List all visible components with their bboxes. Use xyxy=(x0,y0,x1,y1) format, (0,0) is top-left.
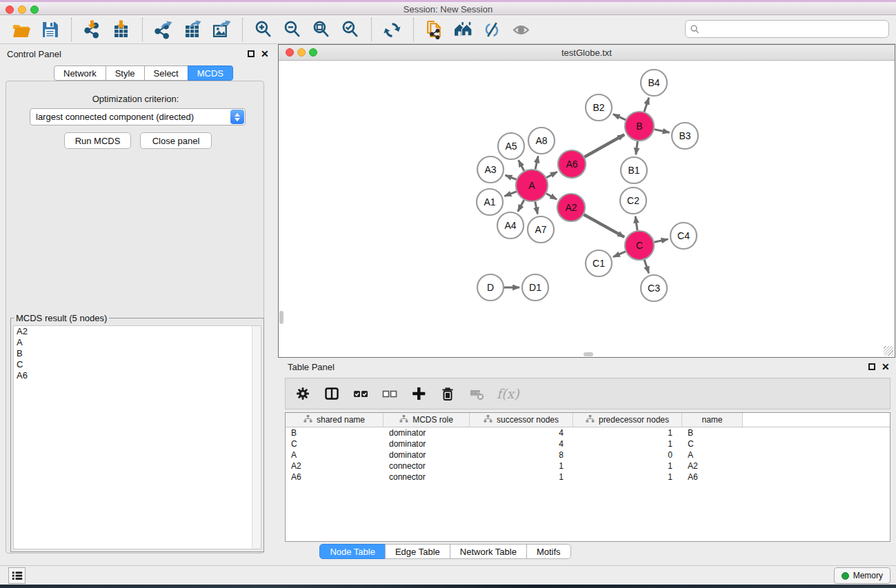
graph-node-A1[interactable]: A1 xyxy=(477,189,503,215)
graph-node-A4[interactable]: A4 xyxy=(497,212,524,239)
graph-node-A2[interactable]: A2 xyxy=(557,194,585,221)
graph-node-B4[interactable]: B4 xyxy=(641,70,667,96)
graph-node-A3[interactable]: A3 xyxy=(477,156,504,183)
graph-node-B1[interactable]: B1 xyxy=(621,157,647,183)
graph-edge-A-A5[interactable] xyxy=(519,160,524,170)
import-table-icon[interactable] xyxy=(110,19,133,41)
result-item[interactable]: A xyxy=(14,337,261,348)
graph-edge-A-A7[interactable] xyxy=(535,202,538,214)
cell-successor-nodes[interactable]: 4 xyxy=(470,427,573,438)
tab-network-table[interactable]: Network Table xyxy=(450,544,527,559)
import-network-icon[interactable] xyxy=(81,19,104,41)
graph-node-B3[interactable]: B3 xyxy=(672,123,698,149)
tab-node-table[interactable]: Node Table xyxy=(319,544,386,559)
cell-successor-nodes[interactable]: 1 xyxy=(470,472,573,483)
cell-name[interactable]: B xyxy=(682,427,743,438)
run-mcds-button[interactable]: Run MCDS xyxy=(64,132,131,149)
open-session-icon[interactable] xyxy=(10,19,33,41)
result-item[interactable]: C xyxy=(14,359,261,370)
cell-mcds-role[interactable]: connector xyxy=(384,472,470,483)
cell-predecessor-nodes[interactable]: 1 xyxy=(573,438,682,449)
graph-edge-B-B3[interactable] xyxy=(655,130,670,133)
save-session-icon[interactable] xyxy=(39,19,62,41)
graph-node-C1[interactable]: C1 xyxy=(586,250,612,276)
cell-name[interactable]: A2 xyxy=(682,460,743,472)
graph-node-B2[interactable]: B2 xyxy=(586,94,612,121)
delete-columns-icon[interactable] xyxy=(439,385,457,403)
graph-edge-A-A3[interactable] xyxy=(506,175,517,179)
graph-edge-A-A8[interactable] xyxy=(535,156,538,170)
export-network-icon[interactable] xyxy=(152,19,175,41)
cell-predecessor-nodes[interactable]: 1 xyxy=(573,460,682,472)
table-row[interactable]: Adominator80A xyxy=(286,449,890,460)
graph-node-A8[interactable]: A8 xyxy=(528,128,555,154)
graph-edge-A6-B[interactable] xyxy=(584,134,624,157)
cell-shared-name[interactable]: B xyxy=(286,427,384,438)
graph-node-B[interactable]: B xyxy=(625,112,654,141)
tab-network[interactable]: Network xyxy=(54,65,106,81)
table-row[interactable]: A2connector11A2 xyxy=(286,460,890,472)
cell-shared-name[interactable]: A6 xyxy=(286,472,384,483)
table-row[interactable]: A6connector11A6 xyxy=(286,472,890,483)
cell-successor-nodes[interactable]: 1 xyxy=(470,460,573,472)
float-table-panel-icon[interactable] xyxy=(868,363,875,370)
cell-shared-name[interactable]: C xyxy=(286,438,384,449)
zoom-selected-icon[interactable] xyxy=(339,19,362,41)
cell-mcds-role[interactable]: dominator xyxy=(384,449,470,460)
graphics-details-icon[interactable] xyxy=(481,19,504,41)
table-row[interactable]: Bdominator41B xyxy=(286,427,890,438)
export-table-icon[interactable] xyxy=(181,19,204,41)
cell-shared-name[interactable]: A xyxy=(286,449,384,460)
close-table-panel-icon[interactable]: ✕ xyxy=(882,363,890,371)
column-header-name[interactable]: name xyxy=(682,413,743,427)
search-input[interactable] xyxy=(700,22,888,36)
graph-edge-C-C2[interactable] xyxy=(635,216,637,230)
column-header-shared-name[interactable]: shared name xyxy=(286,413,384,427)
zoom-in-icon[interactable] xyxy=(252,19,275,41)
apply-layout-icon[interactable] xyxy=(381,19,404,41)
cell-mcds-role[interactable]: dominator xyxy=(384,427,470,438)
split-panel-icon[interactable] xyxy=(323,385,341,403)
column-header-predecessor-nodes[interactable]: predecessor nodes xyxy=(573,413,682,427)
optimization-criterion-select[interactable]: largest connected component (directed) xyxy=(30,108,246,125)
close-panel-button[interactable]: Close panel xyxy=(140,132,212,149)
search-box[interactable] xyxy=(685,20,889,38)
graph-node-A6[interactable]: A6 xyxy=(558,150,586,178)
graph-edge-B-B4[interactable] xyxy=(644,98,649,112)
result-item[interactable]: A2 xyxy=(14,326,261,337)
select-all-columns-icon[interactable] xyxy=(352,385,370,403)
resize-grip-icon[interactable] xyxy=(884,346,893,356)
graph-edge-C-C3[interactable] xyxy=(644,260,649,273)
graph-edge-B-B2[interactable] xyxy=(613,114,626,120)
network-from-selection-icon[interactable] xyxy=(423,19,446,41)
vertical-scroll-indicator[interactable] xyxy=(279,311,283,324)
zoom-out-icon[interactable] xyxy=(281,19,304,41)
graph-edge-A-A6[interactable] xyxy=(546,172,557,177)
zoom-fit-icon[interactable] xyxy=(310,19,333,41)
table-mode-gear-icon[interactable] xyxy=(294,385,312,403)
cell-name[interactable]: A6 xyxy=(682,472,743,483)
graph-node-C4[interactable]: C4 xyxy=(670,223,697,249)
network-canvas[interactable]: B4B2BB3A5A8A6A3AB1A1C2A2A4A7CC4C1C3DD1 xyxy=(279,61,895,357)
cell-name[interactable]: A xyxy=(682,449,743,460)
graph-edge-B-B1[interactable] xyxy=(636,141,637,154)
graph-node-C2[interactable]: C2 xyxy=(620,187,646,214)
tab-edge-table[interactable]: Edge Table xyxy=(385,544,450,559)
graph-node-A7[interactable]: A7 xyxy=(528,216,554,243)
cell-successor-nodes[interactable]: 4 xyxy=(470,438,573,449)
column-header-successor-nodes[interactable]: successor nodes xyxy=(470,413,573,427)
tab-mcds[interactable]: MCDS xyxy=(188,65,233,81)
float-panel-icon[interactable] xyxy=(248,50,255,57)
graph-node-C3[interactable]: C3 xyxy=(641,275,667,301)
result-item[interactable]: B xyxy=(14,348,261,359)
show-hide-icon[interactable] xyxy=(510,19,533,41)
graph-node-A5[interactable]: A5 xyxy=(498,133,524,159)
graph-edge-A-A4[interactable] xyxy=(518,200,524,212)
tab-select[interactable]: Select xyxy=(144,65,188,81)
create-column-icon[interactable] xyxy=(410,385,428,403)
table-row[interactable]: Cdominator41C xyxy=(286,438,890,449)
cell-predecessor-nodes[interactable]: 1 xyxy=(573,472,682,483)
graph-edge-C-C1[interactable] xyxy=(613,252,626,257)
network-window-titlebar[interactable]: testGlobe.txt xyxy=(279,45,895,61)
memory-button[interactable]: Memory xyxy=(834,567,890,584)
